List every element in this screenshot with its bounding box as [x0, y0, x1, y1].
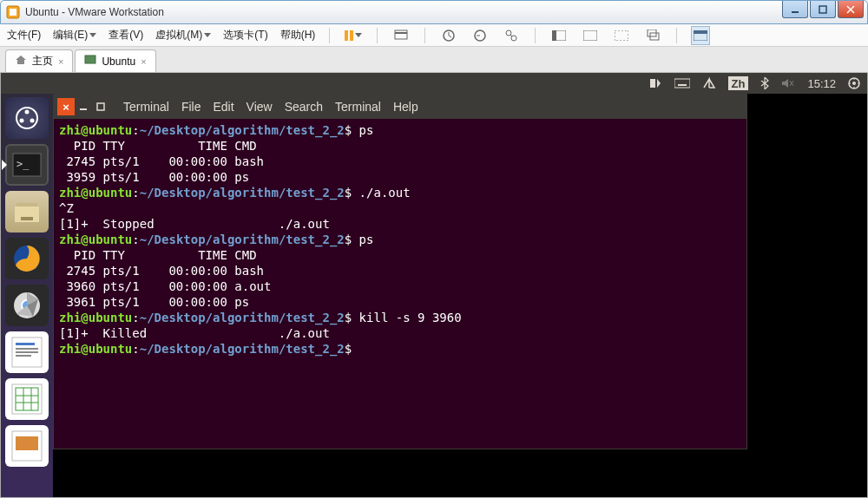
- terminal-menu-edit[interactable]: Edit: [213, 100, 233, 114]
- close-button[interactable]: [838, 1, 864, 18]
- impress-launcher[interactable]: [5, 425, 49, 467]
- volume-indicator-icon[interactable]: [781, 77, 795, 89]
- tab-ubuntu-label: Ubuntu: [102, 56, 135, 68]
- network-indicator-icon[interactable]: [702, 77, 716, 89]
- send-ctrl-alt-del-button[interactable]: [391, 26, 411, 45]
- unity-button[interactable]: [643, 26, 662, 45]
- menu-tabs[interactable]: 选项卡(T): [223, 28, 267, 43]
- ubuntu-top-panel: Zh 15:12: [1, 73, 867, 94]
- tab-strip: 主页 × Ubuntu ×: [0, 47, 868, 73]
- terminal-maximize-button[interactable]: [92, 98, 109, 115]
- terminal-minimize-button[interactable]: [75, 98, 92, 115]
- window-titlebar: Ubuntu - VMware Workstation: [0, 0, 868, 24]
- svg-line-12: [510, 35, 512, 36]
- snapshot-manager-button[interactable]: [502, 26, 521, 45]
- dash-button[interactable]: [5, 97, 49, 139]
- terminal-menu-search[interactable]: Search: [285, 100, 323, 114]
- menu-help[interactable]: 帮助(H): [280, 28, 316, 43]
- svg-point-32: [852, 82, 856, 85]
- snapshot-button[interactable]: [439, 26, 458, 45]
- svg-rect-21: [85, 56, 95, 63]
- svg-rect-6: [395, 30, 407, 39]
- svg-point-38: [25, 110, 30, 115]
- svg-rect-3: [819, 6, 826, 13]
- svg-rect-14: [552, 30, 556, 41]
- svg-rect-54: [16, 355, 31, 357]
- terminal-window: × Terminal File Edit View Search Termina…: [53, 94, 747, 449]
- clock-indicator[interactable]: 15:12: [807, 77, 836, 90]
- svg-rect-23: [674, 79, 690, 88]
- files-launcher[interactable]: [5, 191, 49, 233]
- firefox-launcher[interactable]: [5, 238, 49, 279]
- fullscreen-button[interactable]: [612, 26, 631, 45]
- svg-rect-52: [16, 348, 38, 350]
- svg-rect-1: [10, 9, 16, 16]
- language-indicator[interactable]: Zh: [728, 76, 749, 90]
- svg-rect-15: [583, 30, 597, 41]
- calc-launcher[interactable]: [5, 378, 49, 420]
- menu-file[interactable]: 文件(F): [7, 28, 41, 43]
- main-menubar: 文件(F) 编辑(E) 查看(V) 虚拟机(M) 选项卡(T) 帮助(H): [0, 24, 868, 47]
- view-sidebar-button[interactable]: [549, 26, 569, 45]
- menu-vm[interactable]: 虚拟机(M): [155, 28, 211, 43]
- terminal-menu-help[interactable]: Help: [393, 100, 418, 114]
- svg-rect-62: [16, 436, 38, 450]
- svg-point-40: [30, 119, 35, 123]
- vmware-icon: [6, 5, 20, 19]
- svg-rect-51: [16, 343, 35, 345]
- chromium-launcher[interactable]: [5, 285, 49, 326]
- svg-rect-53: [16, 351, 38, 353]
- svg-rect-7: [395, 32, 407, 34]
- vm-icon: [84, 54, 96, 69]
- pause-button[interactable]: [344, 26, 363, 45]
- svg-point-39: [20, 119, 24, 123]
- terminal-launcher[interactable]: >_: [5, 144, 49, 186]
- writer-launcher[interactable]: [5, 331, 49, 373]
- maximize-button[interactable]: [810, 1, 836, 18]
- unity-launcher: >_: [1, 94, 53, 497]
- minimize-button[interactable]: [782, 1, 808, 18]
- svg-rect-16: [615, 30, 628, 41]
- thumbnail-bar-button[interactable]: [691, 26, 710, 45]
- svg-rect-20: [694, 30, 707, 34]
- menu-edit[interactable]: 编辑(E): [53, 28, 96, 43]
- svg-rect-22: [650, 79, 655, 88]
- tab-ubuntu[interactable]: Ubuntu ×: [75, 49, 155, 72]
- vm-display[interactable]: Zh 15:12 >_ × Terminal File Edit View: [0, 73, 868, 498]
- snapshot-revert-button[interactable]: [470, 26, 490, 45]
- terminal-menu-file[interactable]: File: [181, 100, 201, 114]
- view-console-button[interactable]: [581, 26, 600, 45]
- svg-rect-64: [97, 103, 104, 110]
- terminal-menu-view[interactable]: View: [247, 100, 273, 114]
- home-icon: [15, 54, 27, 69]
- window-title: Ubuntu - VMware Workstation: [25, 6, 164, 18]
- keyboard-indicator-icon[interactable]: [674, 77, 690, 89]
- tab-close-icon[interactable]: ×: [58, 56, 63, 67]
- session-indicator-icon[interactable]: [848, 77, 860, 89]
- terminal-close-button[interactable]: ×: [57, 98, 75, 115]
- svg-text:>_: >_: [16, 158, 30, 170]
- usb-indicator-icon[interactable]: [648, 77, 662, 89]
- tab-home[interactable]: 主页 ×: [5, 49, 73, 72]
- svg-rect-55: [12, 384, 42, 414]
- tab-close-icon[interactable]: ×: [141, 56, 146, 67]
- terminal-title: Terminal: [123, 100, 169, 114]
- bluetooth-indicator-icon[interactable]: [760, 77, 769, 89]
- tab-home-label: 主页: [32, 54, 53, 69]
- terminal-menu-terminal[interactable]: Terminal: [335, 100, 381, 114]
- svg-rect-45: [21, 217, 33, 220]
- terminal-titlebar[interactable]: × Terminal File Edit View Search Termina…: [54, 95, 746, 119]
- terminal-body[interactable]: zhi@ubuntu:~/Desktop/algorithm/test_2_2$…: [54, 119, 746, 449]
- menu-view[interactable]: 查看(V): [108, 28, 143, 43]
